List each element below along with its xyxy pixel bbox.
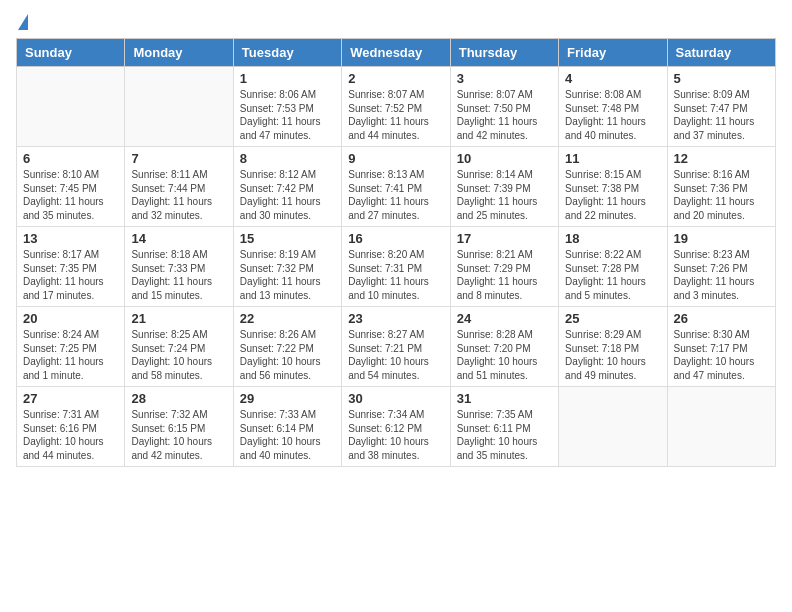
day-info: Sunrise: 8:27 AM Sunset: 7:21 PM Dayligh… [348,328,443,382]
weekday-header: Sunday [17,39,125,67]
logo-triangle-icon [18,14,28,30]
day-info: Sunrise: 8:10 AM Sunset: 7:45 PM Dayligh… [23,168,118,222]
day-info: Sunrise: 8:26 AM Sunset: 7:22 PM Dayligh… [240,328,335,382]
weekday-header: Wednesday [342,39,450,67]
day-number: 19 [674,231,769,246]
weekday-header: Monday [125,39,233,67]
calendar-cell: 4Sunrise: 8:08 AM Sunset: 7:48 PM Daylig… [559,67,667,147]
day-number: 12 [674,151,769,166]
day-number: 11 [565,151,660,166]
calendar-cell [559,387,667,467]
day-number: 9 [348,151,443,166]
day-number: 31 [457,391,552,406]
calendar-cell: 30Sunrise: 7:34 AM Sunset: 6:12 PM Dayli… [342,387,450,467]
calendar-cell [667,387,775,467]
day-info: Sunrise: 8:08 AM Sunset: 7:48 PM Dayligh… [565,88,660,142]
calendar-cell: 19Sunrise: 8:23 AM Sunset: 7:26 PM Dayli… [667,227,775,307]
calendar-week-row: 13Sunrise: 8:17 AM Sunset: 7:35 PM Dayli… [17,227,776,307]
day-number: 10 [457,151,552,166]
day-number: 18 [565,231,660,246]
calendar-cell: 13Sunrise: 8:17 AM Sunset: 7:35 PM Dayli… [17,227,125,307]
day-number: 17 [457,231,552,246]
day-number: 6 [23,151,118,166]
day-info: Sunrise: 8:21 AM Sunset: 7:29 PM Dayligh… [457,248,552,302]
day-number: 7 [131,151,226,166]
day-number: 20 [23,311,118,326]
day-number: 23 [348,311,443,326]
day-info: Sunrise: 8:12 AM Sunset: 7:42 PM Dayligh… [240,168,335,222]
day-info: Sunrise: 8:24 AM Sunset: 7:25 PM Dayligh… [23,328,118,382]
calendar-cell: 11Sunrise: 8:15 AM Sunset: 7:38 PM Dayli… [559,147,667,227]
calendar-week-row: 27Sunrise: 7:31 AM Sunset: 6:16 PM Dayli… [17,387,776,467]
weekday-header: Tuesday [233,39,341,67]
day-info: Sunrise: 7:35 AM Sunset: 6:11 PM Dayligh… [457,408,552,462]
calendar-cell: 28Sunrise: 7:32 AM Sunset: 6:15 PM Dayli… [125,387,233,467]
day-info: Sunrise: 8:22 AM Sunset: 7:28 PM Dayligh… [565,248,660,302]
header [16,16,776,30]
calendar-cell: 21Sunrise: 8:25 AM Sunset: 7:24 PM Dayli… [125,307,233,387]
calendar-cell: 5Sunrise: 8:09 AM Sunset: 7:47 PM Daylig… [667,67,775,147]
calendar-cell: 24Sunrise: 8:28 AM Sunset: 7:20 PM Dayli… [450,307,558,387]
day-info: Sunrise: 8:30 AM Sunset: 7:17 PM Dayligh… [674,328,769,382]
day-info: Sunrise: 8:18 AM Sunset: 7:33 PM Dayligh… [131,248,226,302]
day-info: Sunrise: 8:29 AM Sunset: 7:18 PM Dayligh… [565,328,660,382]
calendar-cell: 9Sunrise: 8:13 AM Sunset: 7:41 PM Daylig… [342,147,450,227]
calendar-cell: 1Sunrise: 8:06 AM Sunset: 7:53 PM Daylig… [233,67,341,147]
day-info: Sunrise: 8:06 AM Sunset: 7:53 PM Dayligh… [240,88,335,142]
day-info: Sunrise: 8:19 AM Sunset: 7:32 PM Dayligh… [240,248,335,302]
day-number: 5 [674,71,769,86]
day-number: 14 [131,231,226,246]
calendar-cell: 26Sunrise: 8:30 AM Sunset: 7:17 PM Dayli… [667,307,775,387]
day-info: Sunrise: 8:07 AM Sunset: 7:52 PM Dayligh… [348,88,443,142]
day-info: Sunrise: 8:07 AM Sunset: 7:50 PM Dayligh… [457,88,552,142]
day-number: 28 [131,391,226,406]
day-number: 29 [240,391,335,406]
day-number: 26 [674,311,769,326]
day-number: 24 [457,311,552,326]
calendar-cell: 31Sunrise: 7:35 AM Sunset: 6:11 PM Dayli… [450,387,558,467]
day-number: 3 [457,71,552,86]
day-info: Sunrise: 7:31 AM Sunset: 6:16 PM Dayligh… [23,408,118,462]
day-info: Sunrise: 8:14 AM Sunset: 7:39 PM Dayligh… [457,168,552,222]
day-info: Sunrise: 7:32 AM Sunset: 6:15 PM Dayligh… [131,408,226,462]
day-info: Sunrise: 8:13 AM Sunset: 7:41 PM Dayligh… [348,168,443,222]
day-number: 4 [565,71,660,86]
calendar-cell: 17Sunrise: 8:21 AM Sunset: 7:29 PM Dayli… [450,227,558,307]
calendar-cell: 12Sunrise: 8:16 AM Sunset: 7:36 PM Dayli… [667,147,775,227]
calendar-cell: 3Sunrise: 8:07 AM Sunset: 7:50 PM Daylig… [450,67,558,147]
day-number: 25 [565,311,660,326]
day-info: Sunrise: 8:15 AM Sunset: 7:38 PM Dayligh… [565,168,660,222]
calendar-cell: 23Sunrise: 8:27 AM Sunset: 7:21 PM Dayli… [342,307,450,387]
calendar-cell: 6Sunrise: 8:10 AM Sunset: 7:45 PM Daylig… [17,147,125,227]
day-number: 8 [240,151,335,166]
calendar-cell: 22Sunrise: 8:26 AM Sunset: 7:22 PM Dayli… [233,307,341,387]
day-number: 21 [131,311,226,326]
calendar-cell: 29Sunrise: 7:33 AM Sunset: 6:14 PM Dayli… [233,387,341,467]
day-number: 1 [240,71,335,86]
weekday-header: Friday [559,39,667,67]
weekday-header: Thursday [450,39,558,67]
calendar-cell: 14Sunrise: 8:18 AM Sunset: 7:33 PM Dayli… [125,227,233,307]
day-number: 13 [23,231,118,246]
logo [16,16,28,30]
calendar-table: SundayMondayTuesdayWednesdayThursdayFrid… [16,38,776,467]
calendar-cell: 27Sunrise: 7:31 AM Sunset: 6:16 PM Dayli… [17,387,125,467]
day-number: 2 [348,71,443,86]
day-info: Sunrise: 8:09 AM Sunset: 7:47 PM Dayligh… [674,88,769,142]
day-info: Sunrise: 8:28 AM Sunset: 7:20 PM Dayligh… [457,328,552,382]
calendar-week-row: 20Sunrise: 8:24 AM Sunset: 7:25 PM Dayli… [17,307,776,387]
calendar-cell [17,67,125,147]
day-number: 27 [23,391,118,406]
day-info: Sunrise: 8:17 AM Sunset: 7:35 PM Dayligh… [23,248,118,302]
day-number: 16 [348,231,443,246]
calendar-cell: 8Sunrise: 8:12 AM Sunset: 7:42 PM Daylig… [233,147,341,227]
day-info: Sunrise: 8:16 AM Sunset: 7:36 PM Dayligh… [674,168,769,222]
calendar-header: SundayMondayTuesdayWednesdayThursdayFrid… [17,39,776,67]
calendar-cell: 15Sunrise: 8:19 AM Sunset: 7:32 PM Dayli… [233,227,341,307]
calendar-cell: 18Sunrise: 8:22 AM Sunset: 7:28 PM Dayli… [559,227,667,307]
calendar-cell [125,67,233,147]
day-info: Sunrise: 8:20 AM Sunset: 7:31 PM Dayligh… [348,248,443,302]
calendar-cell: 2Sunrise: 8:07 AM Sunset: 7:52 PM Daylig… [342,67,450,147]
day-number: 22 [240,311,335,326]
calendar-cell: 10Sunrise: 8:14 AM Sunset: 7:39 PM Dayli… [450,147,558,227]
